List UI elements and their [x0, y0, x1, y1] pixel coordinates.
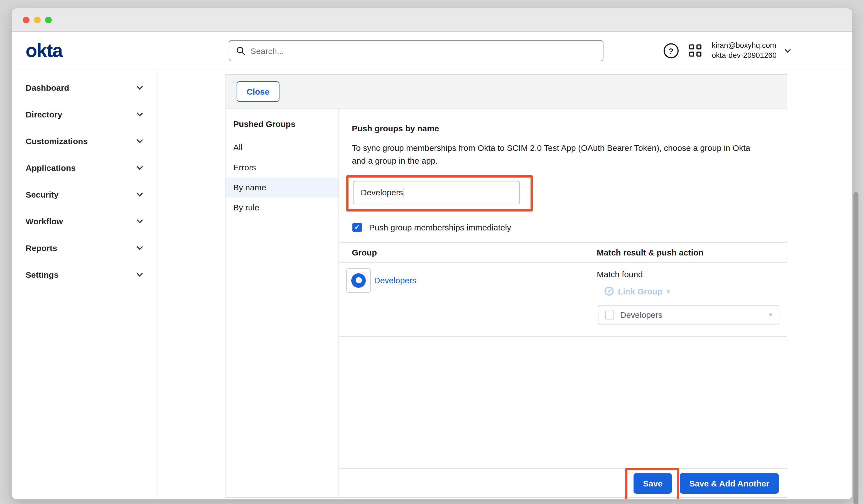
sidebar-item-label: Customizations	[26, 136, 88, 146]
sidebar-item-label: Directory	[26, 109, 62, 119]
chevron-down-icon	[137, 271, 143, 277]
sidebar-item-label: Applications	[26, 163, 76, 172]
pushed-groups-subnav: Pushed Groups All Errors By name By rule	[226, 109, 339, 497]
window-titlebar	[12, 8, 852, 32]
push-groups-card: Close Pushed Groups All Errors By name B…	[225, 74, 787, 497]
vertical-scrollbar[interactable]	[853, 192, 859, 504]
panel-footer: Save Save & Add Another	[339, 468, 787, 497]
text-cursor	[404, 187, 404, 197]
header-actions: ? kiran@boxyhq.com okta-dev-20901260	[663, 41, 790, 61]
window-minimize-button[interactable]	[34, 16, 41, 23]
search-icon	[236, 46, 245, 56]
okta-logo: okta	[26, 40, 62, 61]
caret-down-icon: ▾	[667, 288, 670, 294]
sidebar-item-label: Dashboard	[26, 83, 69, 92]
sidebar-item-dashboard[interactable]: Dashboard	[12, 74, 158, 101]
apps-grid-icon[interactable]	[689, 45, 701, 57]
global-search[interactable]	[229, 40, 603, 61]
browser-window: okta ? kiran@boxyhq.com	[11, 8, 853, 500]
app-header: okta ? kiran@boxyhq.com	[12, 32, 852, 70]
chevron-down-icon	[137, 217, 143, 224]
chevron-down-icon	[137, 244, 143, 250]
content-area: Dashboard Directory Customizations Appli…	[12, 71, 852, 499]
card-body: Pushed Groups All Errors By name By rule…	[226, 109, 787, 497]
sidebar-item-security[interactable]: Security	[12, 181, 158, 208]
close-button[interactable]: Close	[237, 81, 279, 102]
panel-description: To sync group memberships from Okta to S…	[352, 141, 764, 167]
link-group-label: Link Group	[618, 286, 662, 296]
sidebar-item-label: Reports	[26, 243, 57, 252]
match-group-value: Developers	[620, 310, 662, 320]
chevron-down-icon	[137, 84, 143, 90]
chevron-down-icon	[137, 164, 143, 170]
group-cell: Developers	[339, 262, 597, 292]
subnav-item-by-name[interactable]: By name	[226, 178, 338, 197]
sidebar-item-directory[interactable]: Directory	[12, 101, 158, 128]
account-email: kiran@boxyhq.com	[712, 41, 777, 51]
grid-square	[696, 45, 701, 49]
chevron-down-icon	[137, 137, 143, 143]
group-name-input[interactable]: Developers	[353, 181, 520, 204]
grid-square	[689, 52, 694, 57]
sidebar-item-workflow[interactable]: Workflow	[12, 208, 158, 234]
account-menu[interactable]: kiran@boxyhq.com okta-dev-20901260	[712, 41, 790, 61]
sidebar-item-reports[interactable]: Reports	[12, 234, 158, 261]
account-info: kiran@boxyhq.com okta-dev-20901260	[712, 41, 777, 61]
push-immediately-row: ✓ Push group memberships immediately	[352, 223, 787, 232]
account-org: okta-dev-20901260	[712, 51, 777, 61]
window-close-button[interactable]	[23, 16, 29, 23]
help-icon[interactable]: ?	[663, 43, 678, 58]
window-zoom-button[interactable]	[45, 16, 52, 23]
table-row: Developers Match found Link Group ▾	[339, 262, 787, 336]
grid-square	[689, 45, 694, 49]
column-header-match: Match result & push action	[597, 248, 787, 257]
column-header-group: Group	[339, 248, 597, 257]
group-avatar	[346, 268, 371, 292]
subnav-title: Pushed Groups	[226, 109, 338, 137]
group-name-input-value: Developers	[361, 188, 403, 197]
sidebar-item-label: Security	[26, 190, 58, 199]
screen: okta ? kiran@boxyhq.com	[0, 0, 864, 504]
push-by-name-panel: Push groups by name To sync group member…	[339, 109, 787, 497]
sidebar-item-label: Workflow	[26, 216, 63, 226]
push-immediately-label: Push group memberships immediately	[369, 223, 511, 232]
chevron-down-icon	[137, 190, 143, 197]
sidebar-item-label: Settings	[26, 270, 58, 279]
grid-square	[696, 52, 701, 57]
sidebar-item-applications[interactable]: Applications	[12, 154, 158, 181]
panel-title: Push groups by name	[352, 123, 787, 133]
chevron-down-icon	[137, 110, 143, 117]
okta-group-icon	[351, 273, 366, 287]
link-group-dropdown[interactable]: Link Group ▾	[604, 286, 787, 296]
card-toolbar: Close	[226, 75, 787, 109]
caret-down-icon: ▾	[769, 311, 772, 319]
match-cell: Match found Link Group ▾ Developers ▾	[597, 262, 787, 336]
subnav-item-errors[interactable]: Errors	[226, 157, 338, 178]
annotation-input-highlight: Developers	[346, 175, 533, 211]
save-button[interactable]: Save	[634, 473, 672, 494]
group-name-link[interactable]: Developers	[374, 276, 417, 285]
subnav-item-by-rule[interactable]: By rule	[226, 197, 338, 218]
groups-table-header: Group Match result & push action	[339, 242, 787, 262]
sidebar-item-customizations[interactable]: Customizations	[12, 128, 158, 154]
subnav-item-all[interactable]: All	[226, 137, 338, 157]
save-button-wrap: Save	[634, 473, 672, 494]
sidebar-item-settings[interactable]: Settings	[12, 261, 158, 288]
push-immediately-checkbox[interactable]: ✓	[352, 223, 362, 232]
search-input[interactable]	[251, 46, 596, 56]
match-group-select[interactable]: Developers ▾	[598, 305, 779, 325]
match-group-checkbox[interactable]	[605, 310, 614, 319]
save-and-add-another-button[interactable]: Save & Add Another	[680, 473, 779, 494]
traffic-lights	[23, 16, 52, 23]
match-status: Match found	[597, 269, 787, 279]
sidebar: Dashboard Directory Customizations Appli…	[12, 71, 158, 499]
link-icon	[604, 287, 613, 296]
chevron-down-icon	[785, 47, 791, 53]
